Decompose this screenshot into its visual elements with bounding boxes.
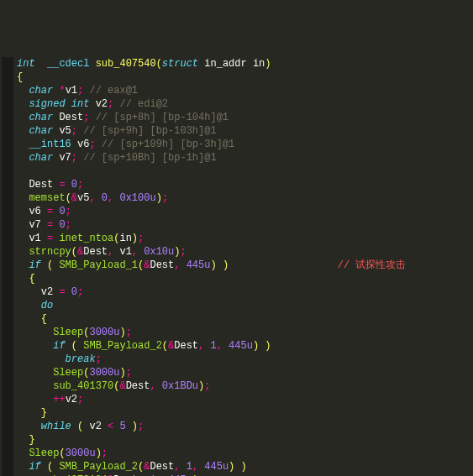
- token-kw: char: [29, 125, 53, 137]
- token-plain: [89, 98, 95, 110]
- code-line: v2 = 0;: [0, 285, 473, 299]
- token-plain: [17, 139, 29, 150]
- token-plain: [41, 219, 47, 231]
- token-num: 445u: [204, 461, 229, 473]
- token-op: &: [71, 192, 77, 204]
- token-var: Dest: [174, 340, 198, 352]
- token-paren: (: [66, 192, 71, 204]
- code-line: {: [0, 312, 473, 326]
- token-op: ,: [132, 246, 138, 258]
- token-paren: }: [41, 407, 47, 419]
- token-plain: [17, 98, 29, 110]
- token-kw: char: [29, 85, 53, 97]
- token-num: 0x1BDu: [162, 380, 198, 392]
- code-line: v1 = inet_ntoa(in);: [0, 232, 473, 245]
- token-op: ;: [204, 380, 210, 392]
- token-num: 0: [59, 206, 65, 217]
- token-num: 445u: [229, 340, 253, 352]
- line-gutter: [2, 97, 13, 111]
- token-num: 5: [119, 421, 125, 432]
- code-line: Dest = 0;: [0, 178, 473, 191]
- token-op: ;: [77, 286, 83, 298]
- token-comment: // [sp+8h] [bp-104h]@1: [96, 112, 229, 123]
- token-plain: [17, 300, 41, 311]
- line-gutter: [2, 406, 13, 420]
- token-kw: while: [41, 421, 71, 432]
- code-line: sub_401370(&Dest, 0x1BDu);: [0, 379, 473, 393]
- token-plain: [17, 85, 29, 97]
- token-plain: [41, 259, 47, 271]
- code-line: }: [0, 406, 473, 420]
- token-paren: (: [71, 340, 77, 352]
- token-op: ,: [217, 340, 223, 352]
- token-plain: [89, 58, 95, 70]
- token-kw: int: [71, 98, 90, 110]
- token-op: ;: [66, 219, 71, 231]
- token-paren: ): [265, 58, 271, 70]
- token-paren: {: [29, 273, 34, 285]
- line-gutter: [2, 71, 13, 84]
- token-var: in_addr in: [204, 58, 265, 70]
- token-plain: [17, 273, 29, 285]
- line-gutter: [2, 326, 13, 339]
- token-op: ,: [192, 461, 198, 473]
- code-line: char *v1; // eax@1: [0, 84, 473, 97]
- token-op: ;: [89, 139, 95, 150]
- token-var: in: [119, 233, 131, 244]
- code-line: {: [0, 272, 473, 285]
- token-op: ;: [71, 152, 77, 164]
- token-var: v7: [29, 219, 40, 231]
- code-line: __int16 v6; // [sp+109h] [bp-3h]@1: [0, 138, 473, 151]
- token-plain: [17, 353, 66, 365]
- token-plain: [17, 219, 29, 231]
- code-line: char v5; // [sp+9h] [bp-103h]@1: [0, 124, 473, 138]
- token-op: ;: [138, 233, 144, 244]
- line-gutter: [2, 420, 13, 433]
- code-line: {: [0, 71, 473, 84]
- token-op: ,: [89, 192, 95, 204]
- token-kw: break: [66, 353, 96, 365]
- token-fn: Sleep: [53, 327, 83, 338]
- token-fn: memset: [29, 192, 65, 204]
- code-line: v7 = 0;: [0, 218, 473, 232]
- token-plain: [17, 192, 29, 204]
- token-plain: [66, 179, 71, 191]
- token-plain: [180, 259, 186, 271]
- token-plain: [41, 206, 47, 217]
- token-var: v2: [66, 394, 77, 405]
- token-plain: [156, 380, 162, 392]
- token-paren: ): [119, 367, 125, 379]
- token-def: sub_407540: [96, 58, 156, 70]
- token-op: ;: [126, 367, 132, 379]
- token-paren: ): [241, 461, 247, 473]
- code-line: int __cdecl sub_407540(struct in_addr in…: [0, 57, 473, 71]
- token-plain: [17, 313, 41, 325]
- token-fn: SMB_Payload_1: [59, 259, 138, 271]
- token-fn: SMB_Payload_2: [83, 340, 162, 352]
- token-var: v1: [119, 246, 131, 258]
- line-gutter: [2, 151, 13, 165]
- token-var: v6: [29, 206, 40, 217]
- token-kw: signed: [29, 98, 65, 110]
- code-line: signed int v2; // edi@2: [0, 97, 473, 111]
- code-line: [0, 165, 473, 178]
- token-fn: Sleep: [29, 447, 59, 459]
- token-num: 0: [59, 219, 65, 231]
- token-plain: [41, 233, 47, 244]
- code-line: if ( SMB_Payload_2(&Dest, 1, 445u) ): [0, 460, 473, 473]
- token-var: Dest: [29, 179, 53, 191]
- token-plain: [17, 206, 29, 217]
- annotation-comment: // 试探性攻击: [338, 259, 407, 271]
- token-paren: ): [96, 447, 102, 459]
- code-line: if ( SMB_Payload_2(&Dest, 1, 445u) ): [0, 339, 473, 353]
- code-line: Sleep(3000u);: [0, 366, 473, 379]
- token-num: 0: [71, 179, 77, 191]
- line-gutter: [2, 433, 13, 447]
- token-op: ;: [102, 447, 108, 459]
- token-var: Dest: [83, 246, 108, 258]
- code-line: memset(&v5, 0, 0x100u);: [0, 191, 473, 205]
- token-op: ;: [126, 327, 132, 338]
- token-paren: {: [41, 313, 47, 325]
- line-gutter: [2, 84, 13, 97]
- token-plain: [17, 380, 53, 392]
